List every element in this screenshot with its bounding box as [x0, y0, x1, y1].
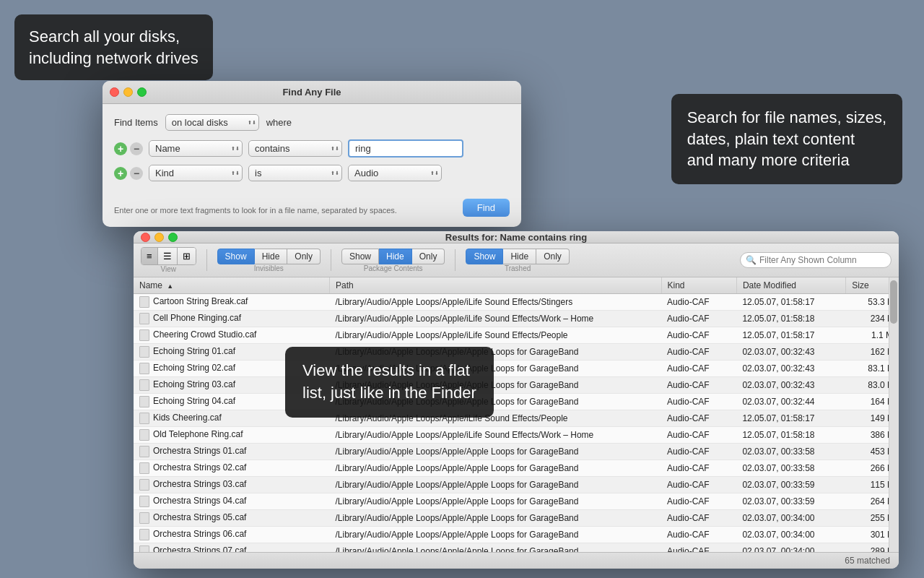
table-row[interactable]: Orchestra Strings 05.caf /Library/Audio/…	[134, 510, 899, 527]
invisibles-hide-button[interactable]: Hide	[255, 249, 288, 264]
cell-kind: Audio-CAF	[661, 543, 736, 553]
cell-path: /Library/Audio/Apple Loops/Apple/iLife S…	[330, 294, 662, 311]
value-select-2[interactable]: Audio Video Image Document	[348, 165, 442, 181]
find-items-label: Find Items	[114, 117, 158, 128]
matched-count: 65 matched	[845, 556, 890, 566]
package-buttons: Show Hide Only	[341, 249, 445, 264]
search-dialog: Find Any File Find Items on local disks …	[103, 81, 521, 227]
cell-path: /Library/Audio/Apple Loops/Apple/Apple L…	[330, 527, 662, 543]
table-row[interactable]: Echoing String 01.caf /Library/Audio/App…	[134, 344, 899, 361]
file-icon	[139, 545, 149, 552]
cell-kind: Audio-CAF	[661, 344, 736, 361]
results-table-wrapper: Name ▲ Path Kind Date Modified Size Cart…	[134, 277, 899, 552]
field-select-1[interactable]: Name Kind Size Date Modified	[149, 140, 243, 157]
invisibles-show-button[interactable]: Show	[217, 249, 255, 264]
status-bar: 65 matched	[134, 552, 899, 569]
find-button[interactable]: Find	[463, 199, 510, 217]
operator-select-1[interactable]: contains starts with ends with is	[248, 140, 342, 157]
file-icon	[139, 462, 149, 474]
file-icon	[139, 363, 149, 374]
cell-path: /Library/Audio/Apple Loops/Apple/Apple L…	[330, 460, 662, 477]
table-row[interactable]: Echoing String 02.caf /Library/Audio/App…	[134, 361, 899, 377]
cell-date: 02.03.07, 00:32:43	[736, 344, 845, 361]
tooltip-line2: including network drives	[29, 49, 199, 67]
table-row[interactable]: Echoing String 03.caf /Library/Audio/App…	[134, 377, 899, 394]
trashed-buttons: Show Hide Only	[466, 249, 569, 264]
results-table: Name ▲ Path Kind Date Modified Size Cart…	[134, 277, 899, 552]
remove-criteria-button-2[interactable]: −	[130, 167, 143, 180]
cell-kind: Audio-CAF	[661, 394, 736, 410]
table-row[interactable]: Cheering Crowd Studio.caf /Library/Audio…	[134, 327, 899, 344]
file-icon	[139, 313, 149, 324]
dialog-title: Find Any File	[282, 87, 341, 98]
trashed-section: Show Hide Only Trashed	[466, 249, 569, 272]
field-select-wrapper-2[interactable]: Kind Name Size Date Modified	[149, 165, 243, 181]
table-row[interactable]: Cartoon String Break.caf /Library/Audio/…	[134, 294, 899, 311]
table-row[interactable]: Echoing String 04.caf /Library/Audio/App…	[134, 394, 899, 410]
package-show-button[interactable]: Show	[341, 249, 379, 264]
operator-select-wrapper-2[interactable]: is is not contains	[248, 165, 342, 181]
trashed-hide-button[interactable]: Hide	[503, 249, 536, 264]
view-detail-button[interactable]: ☰	[158, 248, 178, 264]
table-row[interactable]: Kids Cheering.caf /Library/Audio/Apple L…	[134, 410, 899, 427]
scrollbar-thumb[interactable]	[890, 280, 897, 324]
col-header-path[interactable]: Path	[330, 277, 662, 294]
cell-name: Orchestra Strings 01.caf	[134, 444, 330, 460]
table-row[interactable]: Cell Phone Ringing.caf /Library/Audio/Ap…	[134, 311, 899, 327]
location-select-wrapper[interactable]: on local disks on all disks on specific …	[165, 114, 259, 131]
operator-select-wrapper-1[interactable]: contains starts with ends with is	[248, 140, 342, 157]
cell-kind: Audio-CAF	[661, 493, 736, 510]
cell-date: 12.05.07, 01:58:18	[736, 427, 845, 444]
view-grid-button[interactable]: ⊞	[178, 248, 196, 264]
col-header-date[interactable]: Date Modified	[736, 277, 845, 294]
value-input-1[interactable]	[348, 139, 463, 158]
results-minimize-button[interactable]	[154, 233, 164, 242]
trashed-show-button[interactable]: Show	[466, 249, 503, 264]
remove-criteria-button-1[interactable]: −	[130, 142, 143, 155]
table-row[interactable]: Orchestra Strings 04.caf /Library/Audio/…	[134, 493, 899, 510]
results-close-button[interactable]	[141, 233, 150, 242]
close-button[interactable]	[110, 87, 119, 97]
field-select-wrapper-1[interactable]: Name Kind Size Date Modified	[149, 140, 243, 157]
location-select[interactable]: on local disks on all disks on specific …	[165, 114, 259, 131]
results-zoom-button[interactable]	[168, 233, 178, 242]
zoom-button[interactable]	[137, 87, 147, 97]
cell-date: 02.03.07, 00:32:43	[736, 377, 845, 394]
table-row[interactable]: Old Telephone Ring.caf /Library/Audio/Ap…	[134, 427, 899, 444]
view-list-button[interactable]: ≡	[141, 248, 158, 264]
cell-date: 12.05.07, 01:58:17	[736, 294, 845, 311]
value-select-wrapper-2[interactable]: Audio Video Image Document	[348, 165, 442, 181]
cell-path: /Library/Audio/Apple Loops/Apple/Apple L…	[330, 477, 662, 493]
table-row[interactable]: Orchestra Strings 07.caf /Library/Audio/…	[134, 543, 899, 553]
table-row[interactable]: Orchestra Strings 06.caf /Library/Audio/…	[134, 527, 899, 543]
table-row[interactable]: Orchestra Strings 02.caf /Library/Audio/…	[134, 460, 899, 477]
file-icon	[139, 413, 149, 424]
operator-select-2[interactable]: is is not contains	[248, 165, 342, 181]
col-header-kind[interactable]: Kind	[661, 277, 736, 294]
package-hide-button[interactable]: Hide	[379, 249, 412, 264]
trashed-only-button[interactable]: Only	[536, 249, 570, 264]
col-header-name[interactable]: Name ▲	[134, 277, 330, 294]
table-row[interactable]: Orchestra Strings 03.caf /Library/Audio/…	[134, 477, 899, 493]
traffic-lights	[110, 87, 147, 97]
package-only-button[interactable]: Only	[412, 249, 445, 264]
file-icon	[139, 496, 149, 507]
scrollbar-track[interactable]	[889, 277, 899, 552]
grid-icon: ⊞	[183, 251, 191, 262]
add-criteria-button-1[interactable]: +	[114, 142, 127, 155]
table-row[interactable]: Orchestra Strings 01.caf /Library/Audio/…	[134, 444, 899, 460]
filter-input[interactable]	[740, 252, 892, 268]
cell-date: 02.03.07, 00:34:00	[736, 510, 845, 527]
cell-date: 02.03.07, 00:33:59	[736, 477, 845, 493]
invisibles-only-button[interactable]: Only	[287, 249, 321, 264]
field-select-2[interactable]: Kind Name Size Date Modified	[149, 165, 243, 181]
cell-path: /Library/Audio/Apple Loops/Apple/Apple L…	[330, 493, 662, 510]
cell-path: /Library/Audio/Apple Loops/Apple/Apple L…	[330, 543, 662, 553]
minimize-button[interactable]	[123, 87, 133, 97]
filter-input-wrapper: 🔍	[740, 252, 892, 268]
cell-kind: Audio-CAF	[661, 460, 736, 477]
add-criteria-button-2[interactable]: +	[114, 167, 127, 180]
cell-kind: Audio-CAF	[661, 294, 736, 311]
tooltip-criteria-text: Search for file names, sizes,dates, plai…	[687, 108, 886, 169]
file-icon	[139, 396, 149, 407]
